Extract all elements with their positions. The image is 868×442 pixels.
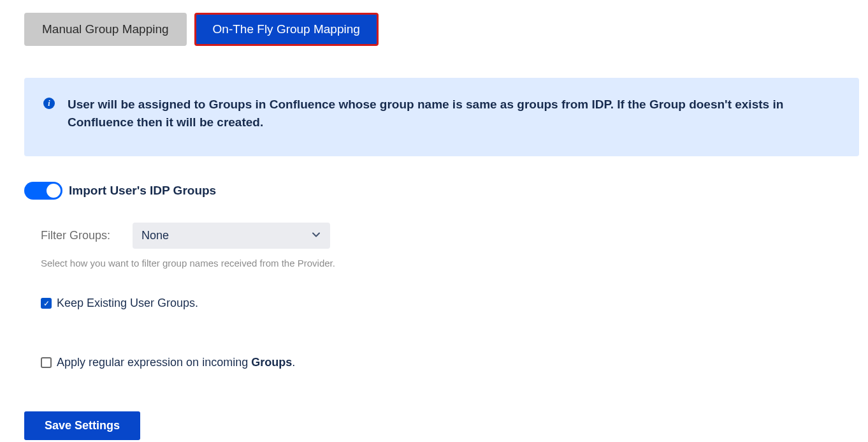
import-groups-label: Import User's IDP Groups xyxy=(69,184,216,198)
apply-regex-label: Apply regular expression on incoming Gro… xyxy=(57,356,295,369)
keep-existing-groups-row: ✓ Keep Existing User Groups. xyxy=(41,297,862,310)
apply-regex-checkbox[interactable] xyxy=(41,357,52,368)
filter-groups-value: None xyxy=(141,229,169,242)
filter-groups-help: Select how you want to filter group name… xyxy=(41,258,862,269)
keep-existing-groups-label: Keep Existing User Groups. xyxy=(57,297,198,310)
chevron-down-icon xyxy=(311,230,321,242)
tab-bar: Manual Group Mapping On-The Fly Group Ma… xyxy=(24,13,862,46)
import-groups-toggle[interactable] xyxy=(24,182,62,200)
apply-regex-row: Apply regular expression on incoming Gro… xyxy=(41,356,862,369)
save-settings-button[interactable]: Save Settings xyxy=(24,411,140,440)
form-section: Filter Groups: None Select how you want … xyxy=(24,223,862,440)
import-groups-row: Import User's IDP Groups xyxy=(24,182,862,200)
tab-manual-group-mapping[interactable]: Manual Group Mapping xyxy=(24,13,187,46)
tab-on-the-fly-group-mapping[interactable]: On-The Fly Group Mapping xyxy=(194,13,379,46)
check-icon: ✓ xyxy=(43,300,50,307)
apply-regex-label-pre: Apply regular expression on incoming xyxy=(57,356,251,369)
filter-groups-label: Filter Groups: xyxy=(41,229,110,242)
apply-regex-label-post: . xyxy=(292,356,295,369)
toggle-knob xyxy=(47,184,61,198)
info-text: User will be assigned to Groups in Confl… xyxy=(68,96,840,131)
info-panel: i User will be assigned to Groups in Con… xyxy=(24,78,859,156)
filter-groups-select[interactable]: None xyxy=(133,223,330,249)
filter-groups-row: Filter Groups: None xyxy=(41,223,862,249)
apply-regex-label-bold: Groups xyxy=(251,356,292,369)
keep-existing-groups-checkbox[interactable]: ✓ xyxy=(41,298,52,309)
info-icon: i xyxy=(43,98,55,109)
